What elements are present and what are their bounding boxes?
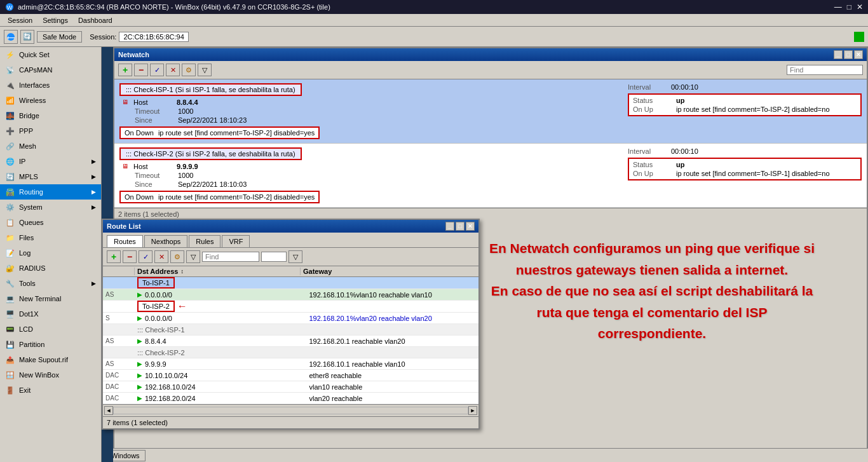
route-enable-button[interactable]: ✓ xyxy=(139,250,153,263)
menu-dashboard[interactable]: Dashboard xyxy=(73,15,118,25)
tab-vrf[interactable]: VRF xyxy=(222,235,250,247)
menubar: Session Settings Dashboard xyxy=(0,14,868,27)
table-row[interactable]: To-ISP-2 ← xyxy=(103,301,478,313)
scroll-track[interactable] xyxy=(113,407,468,414)
row-dst: ▶ 0.0.0.0/0 xyxy=(135,315,307,322)
sidebar-item-bridge[interactable]: 🌉 Bridge xyxy=(0,108,101,123)
netwatch-row-1[interactable]: ::: Check-ISP-1 (Si si ISP-1 falla, se d… xyxy=(114,79,867,144)
sidebar-item-make-supout[interactable]: 📤 Make Supout.rif xyxy=(0,352,101,367)
row-flags: DAC xyxy=(103,395,135,402)
table-row[interactable]: DAC ▶ 10.10.10.0/24 ether8 reachable xyxy=(103,370,478,381)
sidebar-item-queues[interactable]: 📋 Queues xyxy=(0,215,101,230)
scroll-right[interactable]: ► xyxy=(468,406,477,415)
menu-session[interactable]: Session xyxy=(3,15,37,25)
sidebar-item-interfaces[interactable]: 🔌 Interfaces xyxy=(0,78,101,93)
netwatch-maximize[interactable]: □ xyxy=(844,50,853,59)
netwatch-enable-button[interactable]: ✓ xyxy=(150,64,164,76)
table-row[interactable]: DAC ▶ 192.168.20.0/24 vlan20 reachable xyxy=(103,393,478,404)
route-add-button[interactable]: + xyxy=(107,250,121,263)
table-row[interactable]: AS ▶ 8.8.4.4 192.168.20.1 reachable vlan… xyxy=(103,336,478,347)
capsman-icon: 📡 xyxy=(5,65,15,75)
sidebar-item-files[interactable]: 📁 Files xyxy=(0,230,101,245)
row-dst: To-ISP-2 ← xyxy=(135,301,307,312)
netwatch-toolbar: + − ✓ ✕ ⚙ ▽ xyxy=(114,61,867,79)
table-row[interactable]: To-ISP-1 xyxy=(103,277,478,289)
netwatch-settings-button[interactable]: ⚙ xyxy=(182,64,196,76)
route-remove-button[interactable]: − xyxy=(123,250,137,263)
sidebar-item-tools[interactable]: 🔧 Tools ▶ xyxy=(0,276,101,291)
connection-indicator xyxy=(854,32,864,42)
sidebar-item-quickset[interactable]: ⚡ Quick Set xyxy=(0,47,101,62)
netwatch-disable-button[interactable]: ✕ xyxy=(166,64,180,76)
tab-routes[interactable]: Routes xyxy=(107,235,143,247)
refresh-button[interactable]: 🔄 xyxy=(20,30,34,44)
host1-icon: 🖥 xyxy=(122,99,128,106)
minimize-button[interactable]: — xyxy=(834,3,842,11)
netwatch-filter-button[interactable]: ▽ xyxy=(198,64,212,76)
maximize-button[interactable]: □ xyxy=(847,3,851,11)
netwatch-minimize[interactable]: _ xyxy=(834,50,843,59)
route-disable-button[interactable]: ✕ xyxy=(154,250,168,263)
sidebar-item-radius[interactable]: 🔐 RADIUS xyxy=(0,261,101,276)
ondown1-box: On Down ip route set [find comment=To-IS… xyxy=(119,126,320,139)
sidebar-item-system[interactable]: ⚙️ System ▶ xyxy=(0,200,101,215)
table-row[interactable]: AS ▶ 9.9.9.9 192.168.10.1 reachable vlan… xyxy=(103,358,478,370)
status2-value: up xyxy=(676,161,684,168)
table-row[interactable]: DAC ▶ 192.168.10.0/24 vlan10 reachable xyxy=(103,381,478,393)
route-find-input[interactable] xyxy=(202,252,259,262)
route-close[interactable]: ✕ xyxy=(466,222,475,231)
ip-icon: 🌐 xyxy=(5,156,15,166)
ppp-icon: ➕ xyxy=(5,126,15,136)
tab-nexthops[interactable]: Nexthops xyxy=(144,235,187,247)
col-gw-header[interactable]: Gateway xyxy=(301,268,466,275)
system-icon: ⚙️ xyxy=(5,202,15,212)
status2-row: Status up xyxy=(633,161,857,168)
sidebar-item-exit[interactable]: 🚪 Exit xyxy=(0,383,101,398)
back-button[interactable]: ⟵ xyxy=(4,30,18,44)
netwatch-row-2[interactable]: ::: Check-ISP-2 (Si si ISP-2 falla, se d… xyxy=(114,144,867,208)
scroll-left[interactable]: ◄ xyxy=(104,406,113,415)
route-minimize[interactable]: _ xyxy=(445,222,454,231)
sidebar-item-new-winbox[interactable]: 🪟 New WinBox xyxy=(0,367,101,383)
netwatch-remove-button[interactable]: − xyxy=(134,64,148,76)
sidebar-item-new-terminal[interactable]: 💻 New Terminal xyxy=(0,291,101,306)
sidebar-item-wireless[interactable]: 📶 Wireless xyxy=(0,93,101,108)
table-row[interactable]: ::: Check-ISP-1 xyxy=(103,324,478,336)
menu-settings[interactable]: Settings xyxy=(37,15,73,25)
sidebar-item-ip[interactable]: 🌐 IP ▶ xyxy=(0,154,101,169)
sidebar-item-mpls[interactable]: 🔄 MPLS ▶ xyxy=(0,169,101,184)
netwatch-find-input[interactable] xyxy=(787,65,863,75)
sidebar-item-log[interactable]: 📝 Log xyxy=(0,245,101,261)
sidebar-item-ppp[interactable]: ➕ PPP xyxy=(0,123,101,139)
table-row[interactable]: AS ▶ 0.0.0.0/0 192.168.10.1%vlan10 reach… xyxy=(103,289,478,301)
overlay-line4: ruta que tenga el comentario del ISP xyxy=(537,305,768,320)
route-filter-input[interactable]: all xyxy=(261,252,287,262)
winbox-icon: 🪟 xyxy=(5,370,15,380)
route-filter-button[interactable]: ▽ xyxy=(186,250,200,263)
netwatch-close[interactable]: ✕ xyxy=(854,50,863,59)
sidebar-item-partition[interactable]: 💾 Partition xyxy=(0,337,101,352)
sidebar-item-lcd[interactable]: 📟 LCD xyxy=(0,322,101,337)
host1-value: 8.8.4.4 xyxy=(177,99,198,106)
sidebar-item-capsman[interactable]: 📡 CAPsMAN xyxy=(0,62,101,78)
row-dst: To-ISP-1 xyxy=(135,277,307,289)
route-hscrollbar[interactable]: ◄ ► xyxy=(103,404,478,416)
since1-value: Sep/22/2021 18:10:23 xyxy=(178,116,247,124)
close-button[interactable]: ✕ xyxy=(857,3,863,11)
table-row[interactable]: ::: Check-ISP-2 xyxy=(103,347,478,358)
safe-mode-button[interactable]: Safe Mode xyxy=(37,31,82,43)
timeout1-row: Timeout 1000 xyxy=(119,107,620,115)
col-dst-header[interactable]: Dst Address ↕ xyxy=(135,268,301,275)
table-row[interactable]: S ▶ 0.0.0.0/0 192.168.20.1%vlan20 reacha… xyxy=(103,313,478,324)
app-icon: W xyxy=(5,3,14,11)
sidebar-item-dot1x[interactable]: 🖥️ Dot1X xyxy=(0,306,101,322)
since2-label: Since xyxy=(135,180,173,188)
sidebar-item-routing[interactable]: 🛣️ Routing ▶ xyxy=(0,184,101,200)
route-filter-arrow[interactable]: ▽ xyxy=(288,250,302,263)
tab-rules[interactable]: Rules xyxy=(189,235,220,247)
route-settings-button[interactable]: ⚙ xyxy=(170,250,184,263)
route-up-icon7: ▶ xyxy=(137,395,142,402)
netwatch-add-button[interactable]: + xyxy=(118,64,132,76)
route-maximize[interactable]: □ xyxy=(456,222,465,231)
sidebar-item-mesh[interactable]: 🔗 Mesh xyxy=(0,139,101,154)
